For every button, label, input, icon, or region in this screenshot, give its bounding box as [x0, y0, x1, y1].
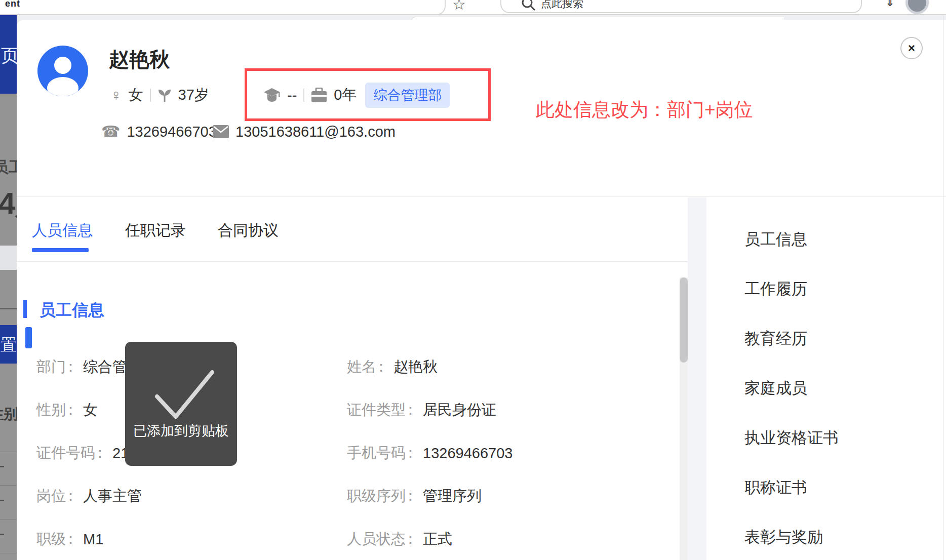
work-years-value: 0年	[334, 85, 357, 105]
field-value: 正式	[423, 529, 452, 549]
header-divider	[17, 196, 946, 197]
background-text-sliver	[0, 500, 4, 501]
download-icon[interactable]: ⇓	[885, 0, 894, 9]
toast-message: 已添加到剪贴板	[125, 422, 237, 440]
browser-bar: ent ☆ 点此搜索 ⇓	[0, 0, 946, 14]
gender-icon: ♀	[110, 88, 122, 103]
background-row-line	[0, 519, 17, 519]
clipboard-toast: 已添加到剪贴板	[125, 342, 237, 466]
field-mobile: 手机号码 13269466703	[347, 443, 513, 463]
field-label: 部门	[36, 357, 78, 377]
active-tab-underline	[32, 248, 89, 252]
background-row-line	[0, 452, 17, 452]
field-label: 职级序列	[347, 486, 418, 506]
email-row: 13051638611@163.com	[213, 121, 396, 143]
background-text-fragment: 员工	[0, 157, 17, 178]
tab-personnel-info[interactable]: 人员信息	[32, 220, 93, 241]
anchor-family-members[interactable]: 家庭成员	[744, 378, 807, 399]
background-row-line	[0, 553, 17, 553]
gender-age-row: ♀ 女 37岁	[110, 84, 209, 106]
section-accent-bar	[23, 300, 27, 318]
background-divider	[0, 308, 17, 309]
briefcase-icon	[311, 88, 327, 103]
field-value: 赵艳秋	[393, 357, 438, 377]
field-value: 管理序列	[423, 486, 482, 506]
screen: ent ☆ 点此搜索 ⇓ 页 员工 4人 置 性别	[0, 0, 946, 560]
field-id-number: 证件号码 211	[36, 443, 136, 463]
field-value: 女	[83, 400, 98, 420]
browser-tab[interactable]	[0, 0, 446, 14]
field-id-type: 证件类型 居民身份证	[347, 400, 496, 420]
anchor-title-certificates[interactable]: 职称证书	[744, 477, 807, 498]
anchor-qualification-certificates[interactable]: 执业资格证书	[744, 427, 839, 449]
field-name: 姓名 赵艳秋	[347, 357, 438, 377]
education-tenure-row: -- 0年 综合管理部	[263, 84, 450, 106]
age-value: 37岁	[178, 85, 209, 105]
field-label: 岗位	[36, 486, 78, 506]
employee-name: 赵艳秋	[109, 46, 170, 73]
review-annotation-text: 此处信息改为：部门+岗位	[536, 97, 753, 123]
avatar-body-shape	[47, 77, 78, 96]
background-text-fragment: 页	[1, 44, 17, 68]
window-edge-line	[943, 15, 943, 560]
seedling-icon	[157, 88, 172, 103]
employee-avatar	[37, 46, 88, 96]
field-status: 人员状态 正式	[347, 529, 452, 549]
page-background: 页 员工 4人 置 性别 赵艳秋 ♀ 女	[0, 15, 946, 560]
anchor-employee-info[interactable]: 员工信息	[744, 229, 807, 250]
search-icon	[521, 0, 536, 11]
anchor-work-history[interactable]: 工作履历	[744, 278, 807, 300]
field-value: M1	[83, 531, 103, 548]
phone-value: 13269466703	[127, 124, 216, 140]
scrollbar-thumb[interactable]	[680, 277, 688, 363]
phone-icon: ☎	[101, 124, 120, 139]
tabstrip-border	[17, 261, 688, 262]
background-band	[0, 246, 17, 270]
field-value: 居民身份证	[423, 400, 496, 420]
background-blue-button-fragment	[25, 327, 32, 348]
field-gender: 性别 女	[36, 400, 98, 420]
field-grade-sequence: 职级序列 管理序列	[347, 486, 482, 506]
education-value: --	[287, 87, 297, 104]
panel-gutter	[688, 197, 706, 560]
background-text-sliver	[0, 466, 4, 467]
field-label: 手机号码	[347, 443, 418, 463]
field-label: 职级	[36, 529, 78, 549]
background-count-fragment: 4人	[0, 183, 17, 224]
gender-value: 女	[129, 85, 143, 105]
avatar-head-shape	[54, 57, 71, 74]
background-text-sliver	[0, 534, 4, 535]
graduation-cap-icon	[263, 87, 281, 103]
browser-tab-title: ent	[5, 0, 20, 9]
field-value: 人事主管	[83, 486, 142, 506]
tab-contract-agreement[interactable]: 合同协议	[218, 220, 279, 241]
phone-row: ☎ 13269466703	[101, 121, 217, 143]
background-column-header-fragment: 性别	[0, 404, 17, 424]
browser-avatar[interactable]	[905, 0, 929, 14]
field-label: 性别	[36, 400, 78, 420]
search-placeholder: 点此搜索	[541, 0, 583, 11]
field-label: 证件类型	[347, 400, 418, 420]
field-position: 岗位 人事主管	[36, 486, 142, 506]
separator	[150, 89, 151, 102]
department-badge: 综合管理部	[365, 83, 450, 108]
field-value: 13269466703	[423, 445, 513, 462]
checkmark-icon	[125, 357, 237, 423]
anchor-education[interactable]: 教育经历	[744, 328, 807, 349]
field-label: 人员状态	[347, 529, 418, 549]
field-label: 证件号码	[36, 443, 107, 463]
background-text-fragment: 置	[1, 334, 17, 356]
background-row-line	[0, 485, 17, 486]
employee-profile-modal: 赵艳秋 ♀ 女 37岁 --	[17, 20, 946, 560]
dimmed-background-strip: 页 员工 4人 置 性别	[0, 15, 17, 560]
field-grade: 职级 M1	[36, 529, 103, 549]
mail-icon	[213, 125, 229, 138]
section-title: 员工信息	[40, 299, 104, 322]
separator	[303, 89, 304, 102]
anchor-awards[interactable]: 表彰与奖励	[744, 527, 823, 548]
tab-employment-record[interactable]: 任职记录	[125, 220, 186, 241]
close-icon[interactable]: ×	[900, 37, 923, 59]
bookmark-star-icon[interactable]: ☆	[452, 0, 466, 13]
email-value: 13051638611@163.com	[235, 124, 396, 140]
field-label: 姓名	[347, 357, 388, 377]
